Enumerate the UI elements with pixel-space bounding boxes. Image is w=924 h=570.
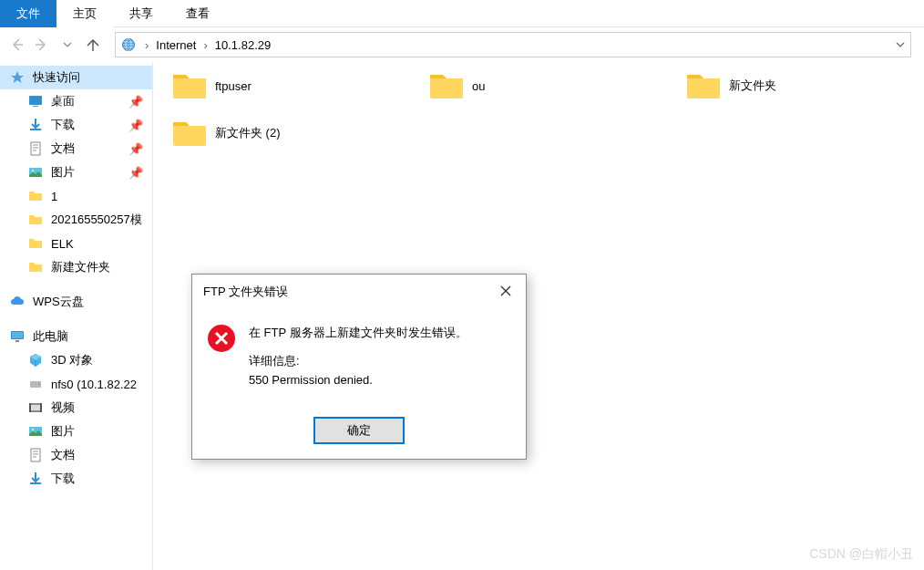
sidebar-nfs0[interactable]: nfs0 (10.1.82.22 <box>0 372 152 396</box>
sidebar-item-label: 视频 <box>51 399 75 416</box>
file-name: ou <box>472 79 485 93</box>
sidebar-item-label: 202165550257模 <box>51 212 142 228</box>
cube-icon <box>27 352 44 368</box>
close-icon <box>500 285 511 296</box>
sidebar-documents[interactable]: 文档 📌 <box>0 137 152 161</box>
sidebar-item-label: 3D 对象 <box>51 352 93 368</box>
chevron-down-icon <box>63 40 72 49</box>
dialog-title: FTP 文件夹错误 <box>203 284 288 300</box>
svg-rect-15 <box>40 403 42 412</box>
file-item[interactable]: ftpuser <box>171 71 392 100</box>
sidebar-item-label: nfs0 (10.1.82.22 <box>51 378 137 391</box>
sidebar-videos[interactable]: 视频 <box>0 396 152 420</box>
sidebar-wps[interactable]: WPS云盘 <box>0 290 152 314</box>
tab-file[interactable]: 文件 <box>0 0 56 27</box>
folder-icon <box>27 259 44 275</box>
svg-rect-2 <box>29 96 42 105</box>
sidebar-item-label: 下载 <box>51 471 75 487</box>
up-button[interactable] <box>82 34 104 56</box>
sidebar-downloads-2[interactable]: 下载 <box>0 467 152 491</box>
sidebar-this-pc[interactable]: 此电脑 <box>0 325 152 348</box>
pin-icon: 📌 <box>128 166 143 180</box>
file-item[interactable]: ou <box>428 71 649 100</box>
sidebar-item-label: 图片 <box>51 164 75 181</box>
sidebar-3d-objects[interactable]: 3D 对象 <box>0 348 152 372</box>
breadcrumb-sep-icon: › <box>141 38 152 52</box>
sidebar-item-label: ELK <box>51 237 74 251</box>
sidebar-item-label: 文档 <box>51 140 75 157</box>
sidebar-item-label: 1 <box>51 190 57 203</box>
sidebar-item-label: 文档 <box>51 447 75 463</box>
folder-icon <box>428 71 465 100</box>
arrow-right-icon <box>34 36 50 53</box>
error-dialog: FTP 文件夹错误 在 FTP 服务器上新建文件夹时发生错误。 详细信息: 55… <box>191 274 527 460</box>
breadcrumb-root[interactable]: Internet <box>152 38 200 52</box>
dialog-message: 在 FTP 服务器上新建文件夹时发生错误。 <box>249 324 467 343</box>
cloud-icon <box>9 294 26 310</box>
sidebar-pictures-2[interactable]: 图片 <box>0 420 152 443</box>
close-button[interactable] <box>497 284 515 300</box>
network-drive-icon <box>27 376 44 392</box>
download-icon <box>27 117 44 133</box>
pin-icon: 📌 <box>128 119 143 132</box>
computer-icon <box>9 328 26 345</box>
sidebar-item-label: 下载 <box>51 117 75 133</box>
back-button[interactable] <box>5 34 27 56</box>
tab-home[interactable]: 主页 <box>56 0 113 27</box>
sidebar-desktop[interactable]: 桌面 📌 <box>0 89 152 113</box>
svg-point-6 <box>32 170 35 172</box>
navigation-bar: › Internet › 10.1.82.29 <box>0 27 924 62</box>
svg-rect-18 <box>31 449 40 461</box>
forward-button[interactable] <box>31 34 53 56</box>
folder-icon <box>171 119 208 148</box>
sidebar-documents-2[interactable]: 文档 <box>0 443 152 467</box>
dialog-text: 在 FTP 服务器上新建文件夹时发生错误。 详细信息: 550 Permissi… <box>249 324 467 389</box>
sidebar-new-folder[interactable]: 新建文件夹 <box>0 255 152 279</box>
sidebar-item-label: 图片 <box>51 423 75 440</box>
sidebar-item-label: 此电脑 <box>33 328 68 345</box>
folder-icon <box>171 71 208 100</box>
sidebar-item-long[interactable]: 202165550257模 <box>0 208 152 232</box>
folder-icon <box>27 188 44 204</box>
error-icon <box>207 324 236 353</box>
folder-icon <box>685 71 722 100</box>
svg-rect-14 <box>29 403 31 412</box>
file-name: 新文件夹 (2) <box>215 125 281 141</box>
sidebar-pictures[interactable]: 图片 📌 <box>0 161 152 184</box>
picture-icon <box>27 423 44 440</box>
file-item[interactable]: 新文件夹 <box>685 71 906 100</box>
dialog-titlebar[interactable]: FTP 文件夹错误 <box>192 275 526 309</box>
sidebar-item-label: 新建文件夹 <box>51 259 110 275</box>
svg-rect-3 <box>33 106 38 107</box>
address-bar[interactable]: › Internet › 10.1.82.29 <box>115 32 911 57</box>
svg-point-11 <box>38 384 40 386</box>
picture-icon <box>27 164 44 181</box>
breadcrumb-path[interactable]: 10.1.82.29 <box>211 38 274 52</box>
ok-button[interactable]: 确定 <box>313 417 405 444</box>
address-dropdown[interactable] <box>896 38 905 52</box>
pin-icon: 📌 <box>128 95 143 109</box>
svg-point-17 <box>32 429 35 431</box>
sidebar-quick-access[interactable]: 快速访问 <box>0 66 152 89</box>
recent-button[interactable] <box>56 34 78 56</box>
sidebar-item-1[interactable]: 1 <box>0 184 152 208</box>
file-item[interactable]: 新文件夹 (2) <box>171 119 392 148</box>
tab-view[interactable]: 查看 <box>169 0 226 27</box>
arrow-up-icon <box>85 36 101 53</box>
tab-share[interactable]: 共享 <box>113 0 169 27</box>
sidebar-item-label: 桌面 <box>51 93 75 109</box>
download-icon <box>27 471 44 487</box>
star-icon <box>9 69 26 86</box>
svg-rect-9 <box>15 340 19 342</box>
arrow-left-icon <box>8 36 25 53</box>
sidebar-downloads[interactable]: 下载 📌 <box>0 113 152 137</box>
file-grid: ftpuser ou 新文件夹 新文件夹 (2) <box>171 71 906 148</box>
sidebar-elk[interactable]: ELK <box>0 232 152 255</box>
dialog-body: 在 FTP 服务器上新建文件夹时发生错误。 详细信息: 550 Permissi… <box>192 309 526 408</box>
document-icon <box>27 140 44 157</box>
desktop-icon <box>27 93 44 109</box>
svg-rect-4 <box>31 142 40 155</box>
chevron-down-icon <box>896 40 905 49</box>
ribbon-tabs: 文件 主页 共享 查看 <box>0 0 924 27</box>
globe-icon <box>121 37 136 52</box>
